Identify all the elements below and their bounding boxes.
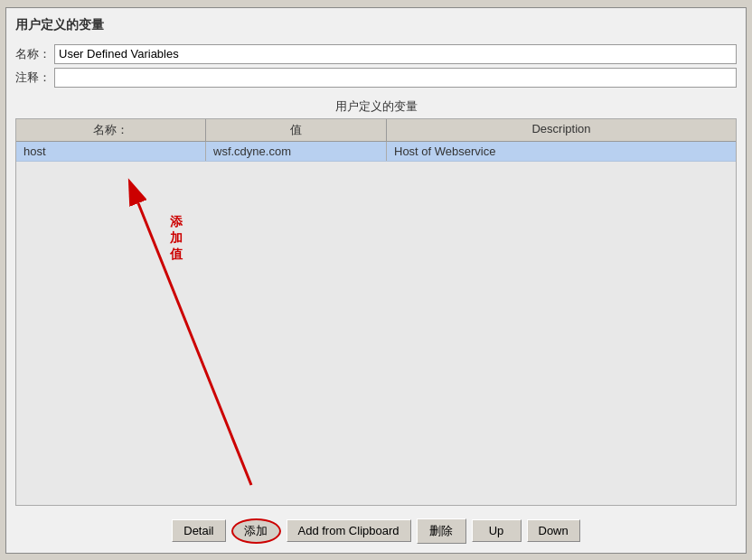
table-header: 名称： 值 Description <box>16 119 736 142</box>
down-button[interactable]: Down <box>527 519 580 542</box>
cell-name: host <box>16 142 206 161</box>
delete-button[interactable]: 删除 <box>417 518 466 544</box>
table-row[interactable]: host wsf.cdyne.com Host of Webservice <box>16 142 736 162</box>
add-button[interactable]: 添加 <box>231 518 281 544</box>
button-bar: Detail 添加 Add from Clipboard 删除 Up Down <box>15 513 737 544</box>
svg-line-1 <box>138 203 251 485</box>
name-row: 名称： <box>15 44 737 64</box>
cell-desc: Host of Webservice <box>387 142 736 161</box>
cell-value: wsf.cdyne.com <box>206 142 387 161</box>
name-label: 名称： <box>15 46 51 62</box>
up-button[interactable]: Up <box>472 519 522 542</box>
header-desc: Description <box>387 119 736 141</box>
annotation-text: 添加值 <box>170 214 183 263</box>
header-value: 值 <box>206 119 387 141</box>
window-title: 用户定义的变量 <box>15 17 737 37</box>
detail-button[interactable]: Detail <box>172 519 225 542</box>
comment-row: 注释： <box>15 68 737 88</box>
header-name: 名称： <box>16 119 206 141</box>
comment-input[interactable] <box>54 68 737 88</box>
comment-label: 注释： <box>15 70 51 86</box>
add-from-clipboard-button[interactable]: Add from Clipboard <box>287 519 411 542</box>
main-window: 用户定义的变量 名称： 注释： 用户定义的变量 名称： 值 Descriptio… <box>5 7 747 554</box>
arrow-svg <box>52 169 287 505</box>
variables-table: 名称： 值 Description host wsf.cdyne.com Hos… <box>15 118 737 506</box>
table-body: host wsf.cdyne.com Host of Webservice 添加… <box>16 142 736 505</box>
name-input[interactable] <box>54 44 737 64</box>
section-title: 用户定义的变量 <box>15 98 737 115</box>
